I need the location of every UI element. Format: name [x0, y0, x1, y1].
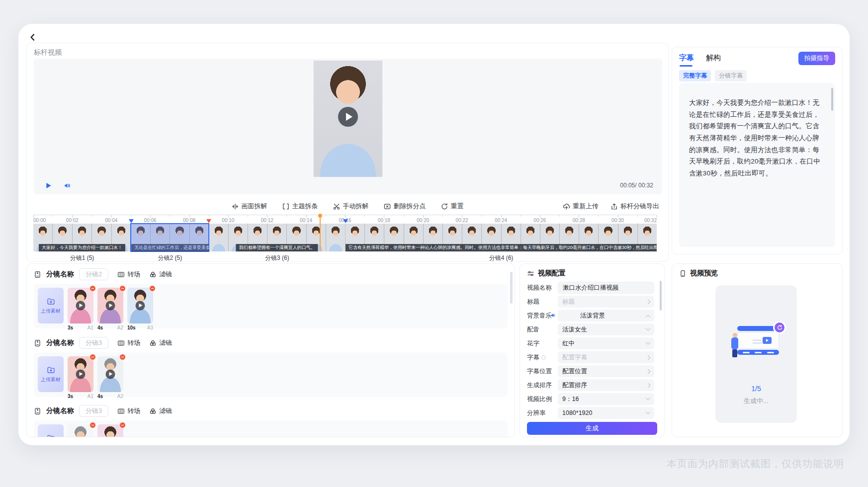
topic-split-icon	[282, 203, 290, 210]
clip-strip: 上传素材 3sA14sA2	[34, 352, 508, 397]
scissors-icon	[333, 203, 341, 210]
tab-subtitles[interactable]: 字幕	[679, 53, 694, 67]
storyboard-name-label: 分镜名称	[46, 338, 74, 347]
timeline-frame-thumbnail[interactable]	[131, 224, 150, 251]
shooting-guide-button[interactable]: 拍摄指导	[798, 52, 835, 65]
clip-thumbnail[interactable]	[97, 424, 123, 437]
upload-material-button[interactable]: 上传素材	[38, 424, 64, 437]
voice-select[interactable]: 活泼女生	[558, 324, 654, 335]
chevron-right-icon	[646, 299, 651, 304]
ruler-tick	[92, 215, 92, 217]
subtitle-text-box[interactable]: 大家好，今天我要为您介绍一款漱口水！无论是在忙碌的工作后，还是享受美食过后，我们…	[679, 83, 835, 247]
generate-button[interactable]: 生成	[527, 422, 657, 435]
storyboard-scrollbar[interactable]	[510, 272, 513, 304]
generating-illustration	[730, 326, 782, 363]
transition-button[interactable]: 转场	[117, 338, 140, 347]
config-scrollbar[interactable]	[660, 281, 662, 311]
storyboard-name-label: 分镜名称	[46, 406, 74, 415]
chevron-down-icon	[646, 395, 651, 400]
field-label: 配音	[527, 325, 558, 334]
reupload-button[interactable]: 重新上传	[563, 202, 599, 211]
aspect-ratio-select[interactable]: 9：16	[558, 393, 654, 405]
clip-thumbnail[interactable]: 3sA1	[68, 356, 93, 399]
split-marker-red[interactable]	[206, 219, 211, 223]
reset-button[interactable]: 重置	[441, 202, 464, 211]
play-icon[interactable]	[76, 370, 86, 379]
filter-button[interactable]: 滤镜	[149, 270, 172, 279]
timeline-frame-thumbnail[interactable]	[170, 224, 189, 251]
split-marker-blue[interactable]	[129, 219, 134, 223]
clip-thumbnail[interactable]	[68, 424, 93, 437]
frame-split-button[interactable]: 画面拆解	[232, 202, 267, 211]
storyboard-name-input[interactable]: 分镜3	[79, 337, 108, 349]
remove-clip-button[interactable]	[149, 285, 156, 292]
remove-clip-button[interactable]	[89, 285, 96, 292]
remove-clip-button[interactable]	[119, 285, 126, 292]
timeline-segment-2-selected[interactable]: 无论是在忙碌的工作后，还是享受美食过后， 分镜2 (5)	[131, 224, 209, 251]
title-field[interactable]: 标题	[558, 296, 654, 308]
timeline-frame-thumbnail[interactable]	[189, 224, 209, 251]
video-player: 00:05/ 00:32	[34, 59, 662, 194]
timeline-frame-thumbnail[interactable]	[150, 224, 170, 251]
upload-material-button[interactable]: 上传素材	[38, 288, 64, 324]
upload-material-button[interactable]: 上传素材	[38, 356, 64, 392]
subtitle-config-field[interactable]: 配置字幕	[558, 351, 654, 363]
chip-full-subtitles[interactable]: 完整字幕	[679, 70, 711, 81]
topic-split-button[interactable]: 主题拆条	[282, 202, 318, 211]
subtitle-scrollbar[interactable]	[831, 88, 833, 111]
bgm-select[interactable]: 活泼背景	[558, 310, 654, 322]
export-storyboard-button[interactable]: 标杆分镜导出	[610, 202, 659, 211]
remove-clip-button[interactable]	[119, 422, 126, 428]
field-value: 活泼女生	[562, 325, 587, 334]
transition-button[interactable]: 转场	[117, 406, 140, 415]
back-button[interactable]	[26, 31, 39, 44]
timeline-frame-thumbnail[interactable]	[326, 224, 345, 251]
clip-thumbnail[interactable]: 10sA3	[127, 288, 153, 330]
subtitle-mode-chips: 完整字幕 分镜字幕	[679, 70, 747, 81]
video-name-input[interactable]: 漱口水介绍口播视频	[558, 282, 654, 294]
storyboard-name-input[interactable]: 分镜2	[79, 268, 108, 280]
delete-splitpoint-button[interactable]: 删除拆分点	[384, 202, 426, 211]
timeline-segment-4[interactable]: 它含有天然薄荷精华，使用时带来一种沁人心脾的凉爽感。同时。使用方法也非常简单：每…	[345, 224, 657, 251]
play-icon[interactable]	[136, 301, 145, 311]
timeline-segment-3[interactable]: 我们都希望拥有一个清爽宜人的口气。 分镜3 (6)	[209, 224, 345, 251]
fancy-text-select[interactable]: 红中	[558, 337, 654, 349]
clip-thumbnail[interactable]: 3sA1	[68, 288, 93, 330]
play-icon[interactable]	[106, 301, 115, 311]
timeline: 00:0000:0200:0400:0600:0800:1000:1200:14…	[33, 215, 657, 260]
filter-button[interactable]: 滤镜	[149, 406, 172, 415]
toolbar-label: 重置	[451, 202, 464, 211]
clip-meta: 3sA1	[68, 325, 93, 330]
split-marker-blue[interactable]	[343, 219, 348, 223]
phone-icon	[679, 270, 687, 277]
playhead-handle[interactable]	[318, 214, 322, 218]
play-overlay-button[interactable]	[338, 107, 358, 127]
chip-storyboard-subtitles[interactable]: 分镜字幕	[715, 70, 747, 81]
filter-icon	[149, 271, 157, 278]
clip-thumbnail[interactable]: 4sA2	[97, 288, 123, 330]
volume-button[interactable]	[62, 180, 73, 191]
playhead[interactable]	[320, 215, 321, 251]
generate-order-field[interactable]: 配置排序	[558, 379, 654, 391]
timeline-segment-1[interactable]: 大家好，今天我要为您介绍一款漱口水！ 分镜1 (5)	[33, 224, 131, 251]
generation-status: 生成中...	[715, 397, 797, 406]
remove-clip-button[interactable]	[119, 354, 126, 360]
remove-clip-button[interactable]	[89, 422, 96, 428]
play-icon[interactable]	[106, 370, 115, 379]
manual-split-button[interactable]: 手动拆解	[333, 202, 369, 211]
clip-thumbnail[interactable]: 4sA2	[97, 356, 123, 399]
play-icon[interactable]	[76, 301, 86, 311]
clip-strip: 上传素材	[34, 420, 508, 437]
tab-deconstruction[interactable]: 解构	[706, 53, 721, 67]
storyboard-panel: 分镜名称 分镜2 转场 滤镜 上传素材 3sA14sA210sA3	[26, 263, 515, 437]
field-value: 1080*1920	[562, 409, 592, 416]
resolution-select[interactable]: 1080*1920	[558, 407, 654, 419]
storyboard-name-input[interactable]: 分镜3	[79, 405, 108, 417]
subtitle-position-field[interactable]: 配置位置	[558, 365, 654, 377]
ruler-tick	[170, 215, 170, 217]
timeline-frame-thumbnail[interactable]	[209, 224, 228, 251]
filter-button[interactable]: 滤镜	[149, 338, 172, 347]
remove-clip-button[interactable]	[89, 354, 96, 360]
play-button[interactable]	[43, 180, 54, 191]
transition-button[interactable]: 转场	[117, 270, 140, 279]
